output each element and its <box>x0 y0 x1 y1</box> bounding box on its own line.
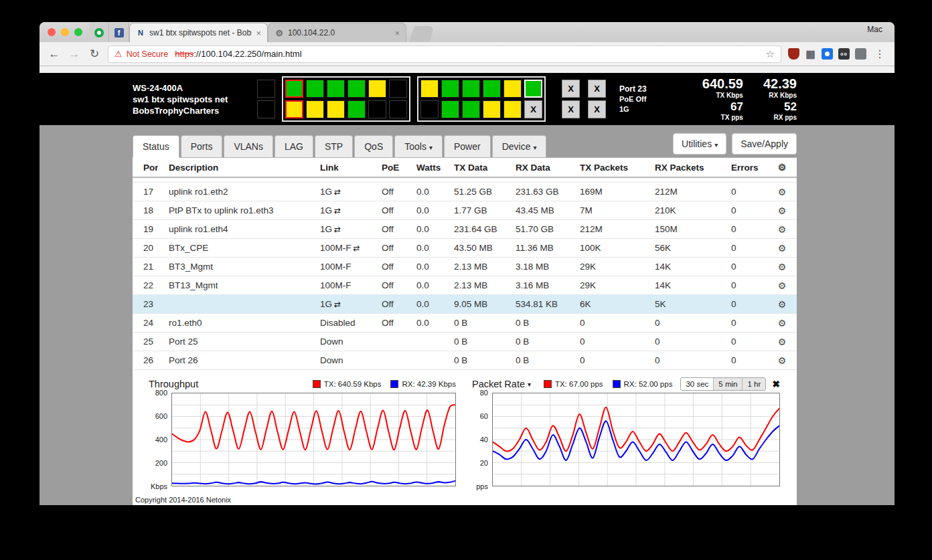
col-errors[interactable]: Errors <box>720 163 767 173</box>
key-extension-icon[interactable] <box>855 48 866 60</box>
tab-stp[interactable]: STP <box>315 135 353 157</box>
table-row[interactable]: 21BT3_Mgmt100M-FOff0.02.13 MB3.18 MB29K1… <box>133 258 797 276</box>
row-settings-gear-icon[interactable]: ⚙ <box>767 337 797 347</box>
tab-vlans[interactable]: VLANs <box>224 135 273 157</box>
tab-lag[interactable]: LAG <box>275 135 313 157</box>
port-square[interactable] <box>483 100 501 118</box>
table-row[interactable]: 231G⇄Off0.09.05 MB534.81 KB6K5K0⚙ <box>133 295 797 314</box>
range-1hr-button[interactable]: 1 hr <box>743 378 765 390</box>
table-row[interactable]: 19uplink ro1.eth41G⇄Off0.0231.64 GB51.70… <box>133 220 797 239</box>
blue-extension-icon[interactable] <box>822 48 833 60</box>
port-square[interactable]: X <box>562 80 580 98</box>
port-square[interactable] <box>389 80 407 98</box>
tab-tools[interactable]: Tools▾ <box>394 135 443 157</box>
table-row[interactable]: 22BT13_Mgmt100M-FOff0.02.13 MB3.16 MB29K… <box>133 276 797 295</box>
col-tx-data[interactable]: TX Data <box>443 163 505 173</box>
row-settings-gear-icon[interactable]: ⚙ <box>767 205 797 216</box>
row-settings-gear-icon[interactable]: ⚙ <box>767 187 797 197</box>
port-square[interactable] <box>257 100 275 118</box>
row-settings-gear-icon[interactable]: ⚙ <box>767 243 797 254</box>
table-row[interactable]: 18PtP BTx to uplink ro1.eth31G⇄Off0.01.7… <box>133 201 797 220</box>
col-rx-data[interactable]: RX Data <box>505 163 569 173</box>
col-tx-packets[interactable]: TX Packets <box>569 163 644 173</box>
packet-rate-dropdown[interactable]: Packet Rate ▾ <box>472 379 531 389</box>
port-square[interactable] <box>503 80 522 98</box>
row-settings-gear-icon[interactable]: ⚙ <box>767 299 797 310</box>
port-square[interactable]: X <box>524 100 542 118</box>
port-square[interactable] <box>368 100 386 118</box>
new-tab-button[interactable] <box>409 26 435 42</box>
port-square[interactable] <box>285 100 303 118</box>
port-square[interactable] <box>285 80 303 98</box>
port-square[interactable] <box>441 80 459 98</box>
range-30sec-button[interactable]: 30 sec <box>681 378 714 390</box>
bookmark-star-icon[interactable]: ☆ <box>766 48 775 60</box>
table-settings-gear-icon[interactable]: ⚙ <box>767 162 797 173</box>
browser-tab-netonix[interactable]: N sw1 btx spitwspots net - Bobs × <box>129 23 268 42</box>
port-square[interactable] <box>389 100 407 118</box>
reload-icon[interactable]: ↻ <box>88 47 101 61</box>
col-rx-packets[interactable]: RX Packets <box>644 163 720 173</box>
port-square[interactable] <box>327 100 345 118</box>
tab-qos[interactable]: QoS <box>354 135 393 157</box>
chart-close-icon[interactable]: ✖ <box>772 379 780 389</box>
security-label[interactable]: Not Secure <box>127 50 169 59</box>
table-row[interactable]: 20BTx_CPE100M-F⇄Off0.043.50 MB11.36 MB10… <box>133 239 797 258</box>
port-square[interactable] <box>368 80 386 98</box>
table-row[interactable]: 24ro1.eth0DisabledOff0.00 B0 B000⚙ <box>133 314 797 333</box>
browser-tab-secondary[interactable]: ⚙ 100.104.22.0 × <box>268 23 406 42</box>
tab-close-icon[interactable]: × <box>256 28 261 38</box>
col-poe[interactable]: PoE <box>371 163 406 173</box>
port-square[interactable]: X <box>588 80 606 98</box>
port-square[interactable] <box>524 80 542 98</box>
port-square[interactable] <box>462 100 480 118</box>
port-square[interactable] <box>420 100 439 118</box>
row-settings-gear-icon[interactable]: ⚙ <box>767 280 797 291</box>
address-bar[interactable]: ⚠ Not Secure https://100.104.22.250/main… <box>108 45 781 63</box>
port-square[interactable] <box>503 100 522 118</box>
col-link[interactable]: Link <box>309 163 371 173</box>
save-apply-button[interactable]: Save/Apply <box>732 133 797 155</box>
tab-power[interactable]: Power <box>444 135 491 157</box>
range-5min-button[interactable]: 5 min <box>714 378 743 390</box>
col-port[interactable]: Port <box>133 163 158 173</box>
ublock-shield-icon[interactable] <box>788 48 799 60</box>
port-square[interactable] <box>347 80 366 98</box>
tab-ports[interactable]: Ports <box>181 135 223 157</box>
port-square[interactable] <box>347 100 366 118</box>
grid-extension-icon[interactable]: ▦ <box>805 48 816 60</box>
port-square[interactable] <box>483 80 501 98</box>
port-square[interactable] <box>420 80 439 98</box>
browser-menu-icon[interactable]: ⋮ <box>873 48 886 60</box>
tab-close-icon[interactable]: × <box>394 28 400 38</box>
port-square[interactable]: X <box>562 100 580 118</box>
row-settings-gear-icon[interactable]: ⚙ <box>767 262 797 272</box>
port-square[interactable] <box>257 80 275 98</box>
port-square[interactable] <box>306 100 324 118</box>
port-square[interactable] <box>327 80 345 98</box>
port-square[interactable] <box>441 100 459 118</box>
port-square[interactable]: X <box>588 100 606 118</box>
zoom-window-button[interactable] <box>74 28 82 36</box>
row-settings-gear-icon[interactable]: ⚙ <box>767 224 797 235</box>
port-square[interactable] <box>306 80 324 98</box>
glasses-extension-icon[interactable]: oo <box>838 48 850 60</box>
table-row[interactable]: 26Port 26Down0 B0 B000⚙ <box>133 351 797 370</box>
row-settings-gear-icon[interactable]: ⚙ <box>767 355 797 366</box>
table-row[interactable]: 25Port 25Down0 B0 B000⚙ <box>133 333 797 351</box>
col-watts[interactable]: Watts <box>406 163 443 173</box>
minimize-window-button[interactable] <box>61 28 69 36</box>
tab-status[interactable]: Status <box>133 135 179 157</box>
pinned-tab-facebook[interactable]: f <box>109 23 129 42</box>
col-description[interactable]: Description <box>158 163 309 173</box>
port-square[interactable] <box>462 80 480 98</box>
close-window-button[interactable] <box>48 28 56 36</box>
back-icon[interactable]: ← <box>48 48 61 61</box>
row-settings-gear-icon[interactable]: ⚙ <box>767 318 797 329</box>
pinned-tab-chat[interactable] <box>89 23 109 42</box>
security-warning-icon[interactable]: ⚠ <box>114 50 123 58</box>
forward-icon[interactable]: → <box>68 48 81 61</box>
utilities-button[interactable]: Utilities▾ <box>673 133 726 155</box>
table-row[interactable]: 17uplink ro1.eth21G⇄Off0.051.25 GB231.63… <box>133 183 797 201</box>
tab-device[interactable]: Device▾ <box>492 135 547 157</box>
